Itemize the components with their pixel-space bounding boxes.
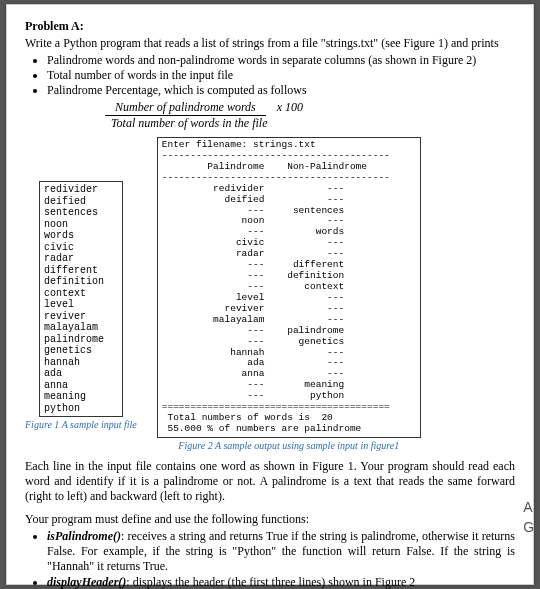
side-g: Go [523,518,540,538]
formula-numerator: Number of palindrome words [105,100,266,116]
intro-text: Write a Python program that reads a list… [25,36,515,51]
functions-list: isPalindrome(): receives a string and re… [47,529,515,589]
formula-denominator: Total number of words in the file [111,116,515,131]
figure1-box: redivider deified sentences noon words c… [39,181,123,417]
figure2-column: Enter filename: strings.txt ------------… [157,137,421,451]
paragraph-1: Each line in the input file contains one… [25,459,515,504]
func-name: isPalindrome() [47,529,121,543]
figure2-box: Enter filename: strings.txt ------------… [157,137,421,438]
list-item: Palindrome Percentage, which is computed… [47,83,515,98]
formula-block: Number of palindrome words x 100 Total n… [105,100,515,131]
func-name: displayHeader() [47,575,126,589]
side-cutoff-text: A Go [523,498,540,537]
side-a: A [523,498,540,518]
figure1-column: redivider deified sentences noon words c… [25,181,137,430]
formula-multiplier: x 100 [277,100,303,114]
figure1-caption: Figure 1 A sample input file [25,419,137,430]
list-item: Palindrome words and non-palindrome word… [47,53,515,68]
figures-row: redivider deified sentences noon words c… [25,137,515,451]
list-item: Total number of words in the input file [47,68,515,83]
paragraph-2: Your program must define and use the fol… [25,512,515,527]
page-container: Problem A: Write a Python program that r… [6,4,534,585]
list-item: isPalindrome(): receives a string and re… [47,529,515,574]
bullet-list: Palindrome words and non-palindrome word… [47,53,515,98]
func-desc: : displays the header (the first three l… [126,575,415,589]
list-item: displayHeader(): displays the header (th… [47,575,515,589]
figure2-caption: Figure 2 A sample output using sample in… [178,440,399,451]
problem-heading: Problem A: [25,19,515,34]
